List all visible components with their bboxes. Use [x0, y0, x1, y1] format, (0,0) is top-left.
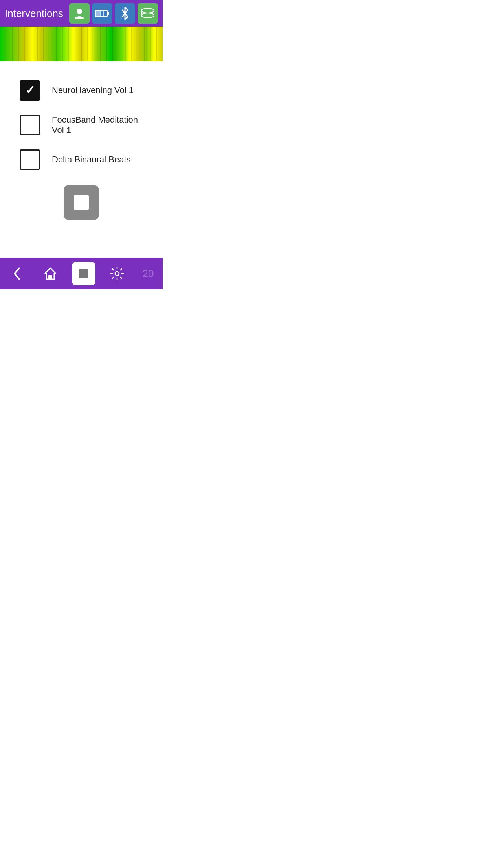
- bottom-nav: 20: [0, 258, 163, 289]
- stop-button[interactable]: [64, 185, 99, 220]
- checkbox-2[interactable]: [20, 115, 40, 135]
- back-button[interactable]: [5, 262, 29, 285]
- battery-icon-button[interactable]: [92, 3, 112, 24]
- drum-icon: [140, 7, 156, 19]
- svg-point-0: [77, 9, 82, 14]
- home-button[interactable]: [39, 262, 62, 285]
- intervention-label-1: NeuroHavening Vol 1: [52, 85, 134, 96]
- stop-nav-button[interactable]: [72, 262, 95, 285]
- header-icon-group: [69, 3, 158, 24]
- intervention-item-3[interactable]: Delta Binaural Beats: [20, 142, 143, 177]
- home-icon: [43, 267, 57, 281]
- settings-button[interactable]: [105, 262, 129, 285]
- checkbox-3[interactable]: [20, 149, 40, 170]
- spectrum-bar: [0, 27, 163, 61]
- settings-icon: [110, 267, 124, 281]
- page-number: 20: [139, 264, 158, 284]
- page-title: Interventions: [5, 7, 63, 20]
- svg-rect-11: [79, 269, 88, 278]
- stop-button-container: [20, 185, 143, 220]
- svg-point-9: [141, 13, 154, 18]
- svg-rect-3: [96, 11, 100, 16]
- svg-rect-2: [107, 12, 109, 15]
- stop-icon: [74, 195, 89, 210]
- stop-nav-icon: [77, 267, 90, 280]
- app-header: Interventions: [0, 0, 163, 27]
- bluetooth-icon-button[interactable]: [115, 3, 135, 24]
- user-icon: [73, 7, 86, 20]
- checkmark-1: ✓: [25, 85, 35, 96]
- svg-rect-10: [48, 275, 52, 279]
- svg-point-6: [141, 8, 154, 13]
- bluetooth-icon: [119, 6, 130, 20]
- svg-point-12: [115, 272, 119, 276]
- intervention-label-2: FocusBand Meditation Vol 1: [52, 115, 143, 135]
- drum-icon-button[interactable]: [138, 3, 158, 24]
- intervention-label-3: Delta Binaural Beats: [52, 154, 131, 165]
- main-content: ✓ NeuroHavening Vol 1 FocusBand Meditati…: [0, 61, 163, 258]
- intervention-item-1[interactable]: ✓ NeuroHavening Vol 1: [20, 73, 143, 108]
- user-icon-button[interactable]: [69, 3, 90, 24]
- battery-icon: [95, 9, 109, 18]
- back-icon: [11, 267, 22, 281]
- checkbox-1[interactable]: ✓: [20, 80, 40, 101]
- intervention-item-2[interactable]: FocusBand Meditation Vol 1: [20, 108, 143, 142]
